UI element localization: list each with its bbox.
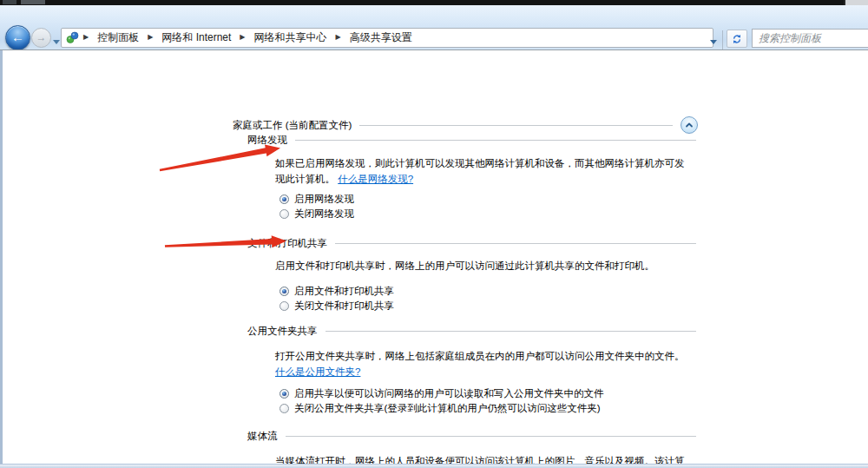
radio-button[interactable]	[279, 389, 289, 399]
description-text: 启用文件和打印机共享时，网络上的用户可以访问通过此计算机共享的文件和打印机。	[275, 260, 654, 271]
radio-option[interactable]: 关闭公用文件夹共享(登录到此计算机的用户仍然可以访问这些文件夹)	[279, 402, 604, 414]
radio-label: 关闭网络发现	[294, 208, 354, 221]
address-dropdown-caret-icon[interactable]	[710, 40, 717, 44]
recent-pages-caret-icon[interactable]	[53, 40, 60, 44]
radio-label: 启用共享以便可以访问网络的用户可以读取和写入公用文件夹中的文件	[294, 387, 604, 400]
radio-button[interactable]	[279, 287, 289, 296]
breadcrumb-separator-icon: ▶	[240, 33, 245, 41]
window-left-edge	[0, 50, 3, 468]
breadcrumb-item-network-sharing-center[interactable]: 网络和共享中心	[250, 30, 332, 45]
titlebar-fragment	[3, 0, 16, 4]
breadcrumb-item-network-internet[interactable]: 网络和 Internet	[157, 30, 235, 45]
network-icon	[66, 31, 79, 44]
section-rule	[359, 125, 673, 126]
radio-label: 关闭文件和打印机共享	[294, 300, 394, 313]
section-description: 如果已启用网络发现，则此计算机可以发现其他网络计算机和设备，而其他网络计算机亦可…	[275, 155, 692, 187]
section-rule	[326, 331, 697, 332]
description-text: 打开公用文件夹共享时，网络上包括家庭组成员在内的用户都可以访问公用文件夹中的文件…	[275, 351, 685, 361]
radio-option[interactable]: 启用网络发现	[279, 193, 354, 205]
window-bottom-edge	[0, 464, 868, 468]
settings-page: 家庭或工作 (当前配置文件) 网络发现 如果已启用网络发现，则此计算机可以发现其…	[0, 49, 868, 468]
description-text: 如果已启用网络发现，则此计算机可以发现其他网络计算机和设备，而其他网络计算机亦可…	[275, 158, 685, 184]
section-title-public-folder-sharing: 公用文件夹共享	[247, 325, 696, 338]
radio-label: 启用文件和打印机共享	[294, 285, 394, 298]
section-rule	[286, 436, 697, 437]
collapse-section-button[interactable]	[681, 116, 698, 134]
radio-button[interactable]	[279, 194, 289, 204]
section-title-label: 网络发现	[247, 134, 287, 147]
chevron-up-icon	[684, 120, 694, 130]
radio-button[interactable]	[279, 301, 289, 311]
radio-button[interactable]	[279, 209, 289, 219]
help-link-network-discovery[interactable]: 什么是网络发现?	[338, 174, 413, 184]
titlebar-fragment	[21, 0, 45, 4]
breadcrumb-separator-icon: ▶	[336, 33, 341, 41]
profile-section-header: 家庭或工作 (当前配置文件)	[233, 116, 698, 134]
section-title-label: 公用文件夹共享	[247, 325, 318, 338]
section-description: 启用文件和打印机共享时，网络上的用户可以访问通过此计算机共享的文件和打印机。	[275, 258, 692, 274]
radio-group-network-discovery: 启用网络发现 关闭网络发现	[279, 193, 354, 222]
section-rule	[295, 140, 696, 141]
profile-header-label: 家庭或工作 (当前配置文件)	[233, 119, 352, 132]
toolbar-divider	[722, 30, 723, 49]
back-button[interactable]: ←	[5, 25, 30, 50]
radio-option[interactable]: 启用文件和打印机共享	[279, 285, 394, 297]
breadcrumb-separator-icon: ▶	[83, 33, 89, 41]
radio-label: 启用网络发现	[294, 193, 354, 206]
forward-button[interactable]: →	[31, 28, 51, 48]
section-description: 打开公用文件夹共享时，网络上包括家庭组成员在内的用户都可以访问公用文件夹中的文件…	[275, 348, 692, 379]
navigation-bar: ← → ▶ 控制面板 ▶ 网络和 Internet ▶ 网络和共享中心 ▶ 高级…	[0, 5, 868, 49]
section-rule	[335, 243, 696, 244]
radio-group-file-printer-sharing: 启用文件和打印机共享 关闭文件和打印机共享	[279, 285, 394, 314]
radio-option[interactable]: 关闭文件和打印机共享	[279, 300, 394, 312]
refresh-icon	[731, 33, 743, 45]
address-bar[interactable]: ▶ 控制面板 ▶ 网络和 Internet ▶ 网络和共享中心 ▶ 高级共享设置	[61, 28, 713, 48]
section-title-file-printer-sharing: 文件和打印机共享	[247, 237, 696, 250]
section-title-label: 媒体流	[247, 430, 278, 443]
radio-option[interactable]: 启用共享以便可以访问网络的用户可以读取和写入公用文件夹中的文件	[279, 387, 604, 399]
section-title-media-streaming: 媒体流	[247, 430, 696, 443]
breadcrumb-item-control-panel[interactable]: 控制面板	[93, 30, 143, 45]
search-input[interactable]	[753, 30, 868, 47]
refresh-button[interactable]	[727, 30, 747, 48]
section-title-network-discovery: 网络发现	[247, 134, 696, 147]
help-link-public-folder[interactable]: 什么是公用文件夹?	[275, 366, 360, 377]
radio-group-public-folder-sharing: 启用共享以便可以访问网络的用户可以读取和写入公用文件夹中的文件 关闭公用文件夹共…	[279, 387, 604, 417]
breadcrumb-separator-icon: ▶	[148, 33, 153, 41]
search-box	[752, 29, 868, 48]
breadcrumb-item-advanced-sharing-settings[interactable]: 高级共享设置	[345, 30, 417, 45]
radio-option[interactable]: 关闭网络发现	[279, 208, 354, 220]
radio-button[interactable]	[279, 404, 289, 413]
radio-label: 关闭公用文件夹共享(登录到此计算机的用户仍然可以访问这些文件夹)	[294, 402, 601, 415]
section-title-label: 文件和打印机共享	[247, 237, 327, 250]
